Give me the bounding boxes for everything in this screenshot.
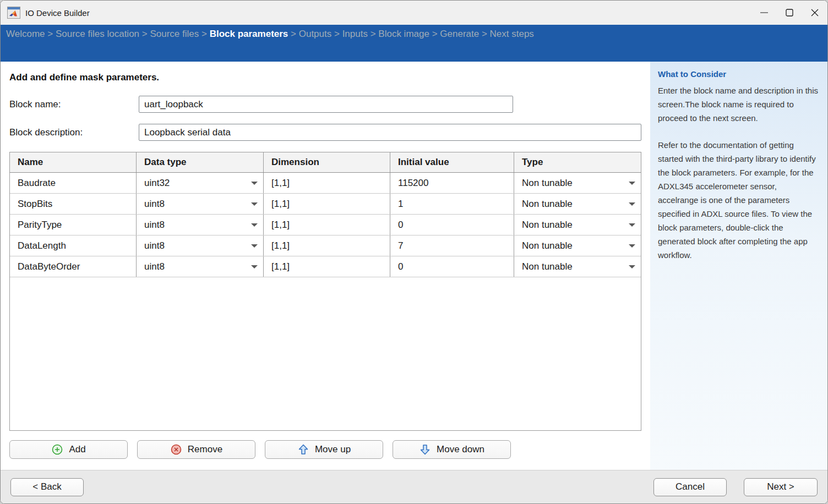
column-header: Name bbox=[10, 152, 137, 172]
cell-dimension[interactable]: [1,1] bbox=[264, 173, 390, 193]
close-button[interactable] bbox=[802, 1, 827, 25]
table-row: DataByteOrder uint8 [1,1] 0 Non tunable bbox=[10, 256, 641, 277]
sidebar-paragraph-1: Enter the block name and description in … bbox=[658, 84, 819, 125]
breadcrumb-item: Outputs bbox=[299, 29, 332, 39]
close-icon bbox=[811, 9, 819, 17]
cell-data-type-dropdown[interactable]: uint8 bbox=[137, 194, 264, 214]
block-description-label: Block description: bbox=[9, 127, 139, 138]
column-header: Initial value bbox=[390, 152, 514, 172]
maximize-button[interactable] bbox=[777, 1, 802, 25]
chevron-down-icon bbox=[251, 265, 258, 269]
move-up-button[interactable]: Move up bbox=[265, 440, 383, 459]
breadcrumb-separator: > bbox=[288, 29, 298, 39]
table-empty-area bbox=[10, 277, 641, 430]
app-window: IO Device Builder Welcome > Source files… bbox=[0, 0, 828, 504]
cell-type-dropdown[interactable]: Non tunable bbox=[514, 256, 641, 277]
cell-name[interactable]: StopBits bbox=[10, 194, 137, 214]
table-header-row: NameData typeDimensionInitial valueType bbox=[10, 152, 641, 173]
footer-bar: < Back Cancel Next > bbox=[1, 470, 827, 503]
cell-name[interactable]: ParityType bbox=[10, 215, 137, 235]
cell-initial-value[interactable]: 7 bbox=[390, 235, 514, 256]
cell-dimension[interactable]: [1,1] bbox=[264, 215, 390, 235]
x-circle-icon bbox=[170, 443, 182, 456]
cancel-button[interactable]: Cancel bbox=[653, 478, 727, 496]
breadcrumb-item: Next steps bbox=[490, 29, 534, 39]
cell-type-value: Non tunable bbox=[522, 220, 573, 231]
help-sidebar: What to Consider Enter the block name an… bbox=[650, 62, 827, 470]
breadcrumb-item: Block image bbox=[378, 29, 429, 39]
move-down-button-label: Move down bbox=[437, 444, 484, 455]
cell-data-type-value: uint8 bbox=[144, 199, 165, 210]
cell-name[interactable]: Baudrate bbox=[10, 173, 137, 193]
arrow-up-icon bbox=[297, 443, 309, 456]
breadcrumb-separator: > bbox=[139, 29, 150, 39]
chevron-down-icon bbox=[629, 223, 635, 227]
cell-initial-value[interactable]: 0 bbox=[390, 215, 514, 235]
chevron-down-icon bbox=[629, 202, 635, 206]
cell-type-dropdown[interactable]: Non tunable bbox=[514, 173, 641, 193]
remove-button[interactable]: Remove bbox=[137, 440, 255, 459]
sidebar-title: What to Consider bbox=[658, 69, 819, 79]
footer-right-group: Cancel Next > bbox=[653, 478, 818, 496]
cell-initial-value[interactable]: 115200 bbox=[390, 173, 514, 193]
block-name-label: Block name: bbox=[9, 99, 139, 110]
remove-button-label: Remove bbox=[188, 444, 222, 455]
cell-data-type-dropdown[interactable]: uint8 bbox=[137, 215, 264, 235]
maximize-icon bbox=[786, 9, 793, 17]
parameters-table: NameData typeDimensionInitial valueType … bbox=[9, 152, 641, 431]
table-row: DataLength uint8 [1,1] 7 Non tunable bbox=[10, 235, 641, 256]
block-name-row: Block name: bbox=[9, 96, 641, 113]
block-name-input[interactable] bbox=[139, 96, 513, 113]
page-title: Add and define mask parameters. bbox=[9, 72, 641, 83]
breadcrumb-item: Source files bbox=[150, 29, 199, 39]
add-button-label: Add bbox=[69, 444, 85, 455]
cell-type-dropdown[interactable]: Non tunable bbox=[514, 215, 641, 235]
cell-type-value: Non tunable bbox=[522, 261, 573, 272]
cell-dimension[interactable]: [1,1] bbox=[264, 235, 390, 256]
breadcrumb-item: Block parameters bbox=[210, 29, 288, 39]
cell-type-value: Non tunable bbox=[522, 240, 573, 251]
add-button[interactable]: Add bbox=[9, 440, 128, 459]
breadcrumb-separator: > bbox=[368, 29, 378, 39]
cell-data-type-dropdown[interactable]: uint32 bbox=[137, 173, 264, 193]
move-up-button-label: Move up bbox=[315, 444, 351, 455]
next-button[interactable]: Next > bbox=[744, 478, 818, 496]
chevron-down-icon bbox=[629, 182, 635, 185]
breadcrumb-item: Inputs bbox=[342, 29, 368, 39]
back-button[interactable]: < Back bbox=[10, 478, 84, 496]
cell-data-type-value: uint8 bbox=[144, 261, 165, 272]
cell-data-type-value: uint32 bbox=[144, 178, 170, 189]
cell-data-type-value: uint8 bbox=[144, 220, 165, 231]
matlab-app-icon bbox=[7, 7, 20, 19]
cell-initial-value[interactable]: 1 bbox=[390, 194, 514, 214]
cell-data-type-value: uint8 bbox=[144, 240, 165, 251]
chevron-down-icon bbox=[629, 265, 635, 269]
breadcrumb-item: Welcome bbox=[6, 29, 45, 39]
chevron-down-icon bbox=[251, 182, 258, 185]
table-row: Baudrate uint32 [1,1] 115200 Non tunable bbox=[10, 173, 641, 194]
cell-dimension[interactable]: [1,1] bbox=[264, 194, 390, 214]
breadcrumb-separator: > bbox=[331, 29, 342, 39]
cell-data-type-dropdown[interactable]: uint8 bbox=[137, 235, 264, 256]
minimize-icon bbox=[760, 9, 768, 17]
sidebar-paragraph-2: Refer to the documentation of getting st… bbox=[658, 138, 819, 262]
title-bar: IO Device Builder bbox=[1, 1, 827, 25]
breadcrumb-item: Generate bbox=[440, 29, 479, 39]
cell-dimension[interactable]: [1,1] bbox=[264, 256, 390, 277]
move-down-button[interactable]: Move down bbox=[393, 440, 511, 459]
window-title: IO Device Builder bbox=[25, 8, 90, 18]
cell-name[interactable]: DataByteOrder bbox=[10, 256, 137, 277]
column-header: Dimension bbox=[264, 152, 390, 172]
arrow-down-icon bbox=[419, 443, 431, 456]
cell-initial-value[interactable]: 0 bbox=[390, 256, 514, 277]
minimize-button[interactable] bbox=[751, 1, 777, 25]
main-panel: Add and define mask parameters. Block na… bbox=[1, 62, 650, 470]
cell-name[interactable]: DataLength bbox=[10, 235, 137, 256]
cell-type-dropdown[interactable]: Non tunable bbox=[514, 194, 641, 214]
block-description-input[interactable] bbox=[139, 124, 641, 141]
cell-type-dropdown[interactable]: Non tunable bbox=[514, 235, 641, 256]
chevron-down-icon bbox=[251, 244, 258, 248]
chevron-down-icon bbox=[251, 202, 258, 206]
cell-data-type-dropdown[interactable]: uint8 bbox=[137, 256, 264, 277]
param-table-body: Baudrate uint32 [1,1] 115200 Non tunable… bbox=[10, 173, 641, 277]
